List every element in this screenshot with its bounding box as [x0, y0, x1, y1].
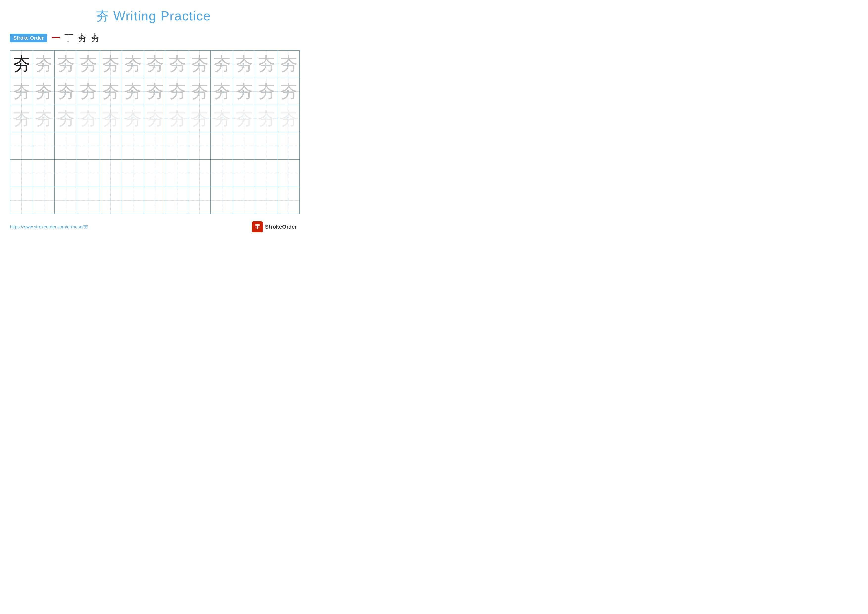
grid-cell	[144, 187, 166, 214]
grid-cell: 夯	[233, 78, 255, 105]
grid-row-3: 夯 夯 夯 夯 夯 夯 夯 夯 夯 夯 夯 夯 夯	[10, 105, 300, 132]
grid-cell: 夯	[10, 78, 33, 105]
grid-cell: 夯	[144, 51, 166, 78]
grid-cell: 夯	[211, 78, 233, 105]
grid-cell: 夯	[277, 78, 300, 105]
logo-icon: 字	[252, 221, 263, 232]
grid-cell: 夯	[166, 51, 188, 78]
grid-cell: 夯	[211, 105, 233, 132]
grid-cell: 夯	[33, 78, 55, 105]
grid-cell: 夯	[55, 105, 77, 132]
practice-char: 夯	[101, 81, 119, 101]
grid-cell	[33, 160, 55, 187]
grid-cell: 夯	[255, 105, 277, 132]
grid-cell	[121, 132, 144, 160]
practice-char: 夯	[257, 81, 275, 101]
practice-char: 夯	[213, 109, 231, 129]
practice-grid: 夯 夯 夯 夯 夯 夯 夯 夯 夯 夯 夯 夯 夯 夯 夯 夯 夯 夯 夯 夯 …	[10, 50, 300, 214]
footer-url[interactable]: https://www.strokeorder.com/chinese/夯	[10, 224, 88, 230]
grid-cell	[255, 132, 277, 160]
grid-cell: 夯	[121, 78, 144, 105]
practice-char: 夯	[146, 109, 164, 129]
grid-row-6	[10, 187, 300, 214]
grid-cell: 夯	[233, 51, 255, 78]
stroke-char-2: 丁	[64, 32, 74, 44]
grid-cell: 夯	[233, 105, 255, 132]
practice-char: 夯	[124, 109, 141, 129]
grid-cell: 夯	[144, 78, 166, 105]
grid-cell: 夯	[77, 51, 99, 78]
grid-cell: 夯	[121, 105, 144, 132]
grid-cell	[33, 132, 55, 160]
grid-cell: 夯	[277, 51, 300, 78]
practice-char: 夯	[235, 81, 253, 101]
grid-row-2: 夯 夯 夯 夯 夯 夯 夯 夯 夯 夯 夯 夯 夯	[10, 78, 300, 105]
grid-cell: 夯	[10, 105, 33, 132]
stroke-char-4: 夯	[90, 32, 99, 44]
grid-cell	[166, 187, 188, 214]
grid-cell	[10, 160, 33, 187]
practice-char: 夯	[57, 109, 75, 129]
practice-char: 夯	[146, 54, 164, 74]
grid-cell	[166, 132, 188, 160]
practice-char: 夯	[79, 54, 97, 74]
practice-char: 夯	[191, 54, 208, 74]
practice-char: 夯	[191, 81, 208, 101]
grid-cell	[55, 160, 77, 187]
practice-char: 夯	[12, 109, 30, 129]
stroke-order-section: Stroke Order 一 丁 夯 夯	[10, 32, 297, 44]
grid-cell	[121, 187, 144, 214]
grid-row-1: 夯 夯 夯 夯 夯 夯 夯 夯 夯 夯 夯 夯 夯	[10, 51, 300, 78]
grid-cell: 夯	[277, 105, 300, 132]
grid-cell: 夯	[77, 78, 99, 105]
grid-cell	[99, 187, 121, 214]
grid-cell	[99, 160, 121, 187]
practice-char: 夯	[235, 109, 253, 129]
grid-cell: 夯	[188, 78, 211, 105]
page-title: 夯 Writing Practice	[10, 8, 297, 25]
grid-cell	[188, 132, 211, 160]
grid-cell: 夯	[99, 105, 121, 132]
practice-char: 夯	[12, 81, 30, 101]
grid-cell	[77, 132, 99, 160]
practice-char: 夯	[101, 109, 119, 129]
footer-logo: 字 StrokeOrder	[252, 221, 297, 232]
grid-cell	[77, 160, 99, 187]
grid-row-5	[10, 160, 300, 187]
practice-char: 夯	[257, 54, 275, 74]
grid-cell	[55, 187, 77, 214]
grid-cell	[144, 160, 166, 187]
grid-cell	[166, 160, 188, 187]
practice-char: 夯	[280, 81, 298, 101]
practice-char: 夯	[191, 109, 208, 129]
grid-cell	[121, 160, 144, 187]
grid-cell: 夯	[255, 78, 277, 105]
grid-cell: 夯	[99, 78, 121, 105]
footer: https://www.strokeorder.com/chinese/夯 字 …	[10, 221, 297, 232]
grid-row-4	[10, 132, 300, 160]
grid-cell	[233, 187, 255, 214]
grid-cell	[211, 160, 233, 187]
grid-cell	[77, 187, 99, 214]
grid-cell	[33, 187, 55, 214]
grid-cell	[277, 132, 300, 160]
stroke-char-1: 一	[51, 32, 61, 44]
grid-cell	[55, 132, 77, 160]
grid-cell: 夯	[166, 105, 188, 132]
practice-char: 夯	[35, 54, 53, 74]
practice-char: 夯	[168, 54, 186, 74]
logo-text: StrokeOrder	[265, 224, 297, 230]
practice-char: 夯	[57, 81, 75, 101]
grid-cell	[255, 187, 277, 214]
stroke-order-badge: Stroke Order	[10, 34, 47, 42]
grid-cell: 夯	[188, 51, 211, 78]
grid-cell	[10, 187, 33, 214]
grid-cell: 夯	[55, 78, 77, 105]
practice-char: 夯	[124, 54, 141, 74]
grid-cell	[211, 187, 233, 214]
practice-char: 夯	[35, 81, 53, 101]
grid-cell: 夯	[144, 105, 166, 132]
grid-cell	[233, 160, 255, 187]
grid-cell	[188, 160, 211, 187]
grid-cell	[188, 187, 211, 214]
